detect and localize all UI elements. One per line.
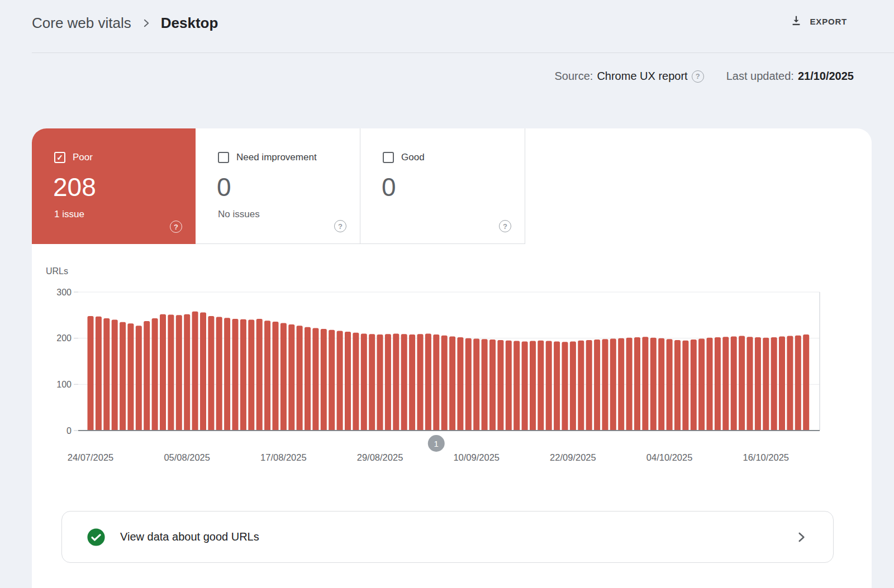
export-button[interactable]: EXPORT bbox=[790, 15, 847, 28]
bar[interactable] bbox=[457, 337, 463, 431]
need-improvement-help-icon[interactable]: ? bbox=[334, 220, 346, 232]
bar[interactable] bbox=[634, 337, 640, 431]
bar[interactable] bbox=[441, 336, 448, 431]
bar[interactable] bbox=[674, 340, 681, 431]
bar[interactable] bbox=[530, 341, 536, 431]
bar[interactable] bbox=[369, 334, 375, 431]
bar[interactable] bbox=[112, 320, 118, 431]
bar[interactable] bbox=[144, 321, 150, 431]
bar[interactable] bbox=[216, 317, 222, 431]
bar[interactable] bbox=[642, 337, 648, 431]
bar[interactable] bbox=[273, 322, 279, 431]
bar[interactable] bbox=[618, 338, 624, 431]
bar[interactable] bbox=[554, 342, 560, 431]
bar[interactable] bbox=[224, 318, 230, 431]
bar[interactable] bbox=[103, 318, 110, 431]
bar[interactable] bbox=[546, 341, 552, 431]
bar[interactable] bbox=[747, 337, 753, 431]
bar[interactable] bbox=[594, 340, 600, 431]
bar[interactable] bbox=[473, 339, 479, 431]
bar[interactable] bbox=[610, 339, 616, 431]
bar[interactable] bbox=[522, 342, 528, 431]
status-card-good[interactable]: Good 0 ? bbox=[360, 128, 525, 244]
bar[interactable] bbox=[795, 336, 801, 431]
bar[interactable] bbox=[192, 312, 198, 431]
bar[interactable] bbox=[184, 314, 190, 431]
bar[interactable] bbox=[321, 329, 327, 431]
bar[interactable] bbox=[482, 339, 488, 431]
bar[interactable] bbox=[345, 332, 351, 431]
bar[interactable] bbox=[385, 334, 391, 431]
bar[interactable] bbox=[691, 340, 697, 431]
bar[interactable] bbox=[707, 338, 713, 431]
bar[interactable] bbox=[586, 340, 592, 431]
bar[interactable] bbox=[433, 334, 439, 431]
bar[interactable] bbox=[489, 340, 496, 431]
bar[interactable] bbox=[682, 341, 688, 431]
bar[interactable] bbox=[506, 341, 512, 431]
poor-checkbox[interactable]: ✓ bbox=[54, 152, 65, 163]
bar[interactable] bbox=[650, 338, 657, 431]
bar[interactable] bbox=[787, 336, 793, 431]
good-checkbox[interactable] bbox=[383, 152, 394, 163]
bar[interactable] bbox=[297, 326, 303, 431]
bar[interactable] bbox=[88, 316, 94, 431]
bar[interactable] bbox=[497, 340, 503, 431]
bar[interactable] bbox=[401, 334, 407, 431]
bar[interactable] bbox=[763, 338, 769, 431]
bar[interactable] bbox=[361, 333, 367, 431]
bar[interactable] bbox=[626, 338, 633, 431]
bar[interactable] bbox=[578, 341, 584, 431]
poor-help-icon[interactable]: ? bbox=[170, 221, 182, 233]
bar[interactable] bbox=[562, 342, 568, 431]
bar[interactable] bbox=[779, 336, 785, 431]
bar[interactable] bbox=[208, 316, 214, 431]
bar[interactable] bbox=[288, 324, 294, 431]
bar[interactable] bbox=[771, 337, 777, 431]
bar[interactable] bbox=[449, 336, 455, 431]
bar[interactable] bbox=[715, 337, 721, 431]
bar[interactable] bbox=[305, 327, 311, 431]
bar[interactable] bbox=[96, 317, 102, 431]
bar[interactable] bbox=[337, 331, 343, 431]
bar[interactable] bbox=[513, 341, 520, 431]
bar[interactable] bbox=[176, 315, 182, 431]
bar[interactable] bbox=[312, 328, 318, 431]
status-card-poor[interactable]: ✓ Poor 208 1 issue ? bbox=[32, 128, 196, 244]
bar[interactable] bbox=[136, 326, 142, 431]
bar[interactable] bbox=[152, 318, 158, 431]
view-good-urls-button[interactable]: View data about good URLs bbox=[61, 511, 834, 563]
bar[interactable] bbox=[739, 336, 745, 431]
bar[interactable] bbox=[409, 334, 415, 431]
bar[interactable] bbox=[667, 339, 673, 431]
bar[interactable] bbox=[248, 320, 254, 431]
bar[interactable] bbox=[698, 339, 705, 431]
bar[interactable] bbox=[377, 334, 383, 431]
bar[interactable] bbox=[602, 339, 608, 431]
bar[interactable] bbox=[240, 319, 246, 431]
bar[interactable] bbox=[731, 336, 737, 431]
bar[interactable] bbox=[232, 319, 239, 431]
bar[interactable] bbox=[425, 333, 431, 431]
bar[interactable] bbox=[570, 342, 576, 431]
bar[interactable] bbox=[465, 338, 472, 431]
need-improvement-checkbox[interactable] bbox=[218, 152, 229, 163]
bar[interactable] bbox=[127, 323, 134, 431]
bar[interactable] bbox=[264, 321, 270, 431]
bar[interactable] bbox=[722, 337, 729, 431]
bar[interactable] bbox=[200, 312, 206, 431]
bar[interactable] bbox=[280, 323, 287, 431]
bar[interactable] bbox=[538, 341, 544, 431]
bar[interactable] bbox=[256, 319, 263, 431]
good-help-icon[interactable]: ? bbox=[499, 220, 511, 232]
bar[interactable] bbox=[658, 338, 664, 431]
bar[interactable] bbox=[393, 333, 399, 431]
bar[interactable] bbox=[160, 314, 166, 431]
bar[interactable] bbox=[168, 315, 174, 431]
source-help-icon[interactable]: ? bbox=[692, 70, 704, 83]
issue-marker[interactable]: 1 bbox=[428, 435, 445, 452]
bar[interactable] bbox=[120, 322, 126, 431]
bar[interactable] bbox=[755, 337, 761, 431]
bar[interactable] bbox=[417, 334, 424, 431]
status-card-need-improvement[interactable]: Need improvement 0 No issues ? bbox=[196, 128, 360, 244]
